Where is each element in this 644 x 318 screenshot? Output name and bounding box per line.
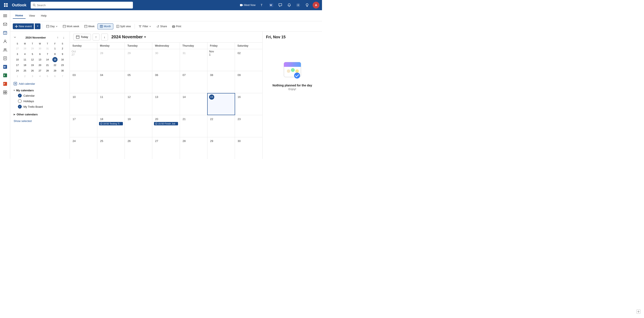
mini-cal-day[interactable]: 4 [37,74,42,79]
mini-cal-day[interactable]: 13 [37,57,42,62]
new-event-dropdown-button[interactable] [35,23,40,29]
mini-cal-day[interactable]: 30 [60,68,65,73]
people-icon[interactable] [1,37,9,45]
mini-cal-day[interactable]: 19 [30,63,35,68]
cal-cell-14[interactable]: 14 [180,93,208,115]
mini-cal-day[interactable]: 14 [45,57,50,62]
calendar-calendar-item[interactable]: ✓ Calendar [14,93,66,98]
word-rail-icon[interactable]: W [1,63,9,71]
cal-cell-7[interactable]: 07 [180,71,208,93]
mini-cal-day[interactable]: 2 [60,46,65,51]
mini-cal-day[interactable]: 23 [60,63,65,68]
mail-icon[interactable] [1,20,9,28]
cal-cell-13[interactable]: 13 [152,93,180,115]
avatar[interactable]: A [313,2,320,8]
cal-cell-oct31[interactable]: 31 [180,49,208,71]
mini-cal-collapse-icon[interactable] [14,36,16,39]
mini-cal-day[interactable]: 18 [22,63,28,68]
mini-cal-day[interactable]: 6 [52,74,58,79]
cal-cell-24[interactable]: 24 [70,137,97,159]
powerpoint-rail-icon[interactable]: P [1,80,9,88]
mini-cal-day[interactable]: 22 [52,63,58,68]
mini-cal-day[interactable]: 28 [45,68,50,73]
excel-rail-icon[interactable]: X [1,71,9,79]
calendar-icon[interactable]: 15 [1,29,9,37]
apps-icon[interactable] [1,88,9,96]
cal-cell-oct29[interactable]: 29 [125,49,152,71]
mini-cal-day[interactable]: 27 [37,68,42,73]
mini-cal-day[interactable]: 17 [15,63,20,68]
cal-cell-26[interactable]: 26 [125,137,152,159]
calendar-dropdown-button[interactable]: ▾ [144,35,146,39]
mini-cal-day[interactable]: 4 [22,51,28,57]
cal-cell-nov1[interactable]: Nov 1 [208,49,235,71]
today-button[interactable]: Today [73,34,91,40]
mini-cal-day[interactable]: 27 [15,46,20,51]
mini-cal-day[interactable]: 5 [30,51,35,57]
mini-cal-day[interactable]: 7 [45,51,50,57]
mini-cal-day[interactable]: 11 [22,57,28,62]
cal-cell-27[interactable]: 27 [152,137,180,159]
cal-cell-12[interactable]: 12 [125,93,152,115]
mini-cal-day[interactable]: 24 [15,68,20,73]
settings-icon-btn[interactable] [295,2,302,8]
cal-cell-oct30[interactable]: 30 [152,49,180,71]
cal-cell-oct28[interactable]: 28 [97,49,125,71]
cal-cell-23[interactable]: 23 [235,115,262,137]
mini-cal-today[interactable]: 15 [52,57,58,62]
cal-cell-30[interactable]: 30 [235,137,262,159]
mini-cal-day[interactable]: 30 [37,46,42,51]
meet-now-button[interactable]: Meet Now [238,2,257,8]
mini-cal-day[interactable]: 20 [37,63,42,68]
trello-calendar-item[interactable]: ✓ My Trello Board [14,104,66,109]
other-calendars-header[interactable]: ▶ Other calendars [14,112,66,117]
mini-cal-day[interactable]: 28 [22,46,28,51]
mini-cal-day[interactable]: 29 [52,68,58,73]
event-testing[interactable]: 18:50 Testing Ti [99,122,123,125]
my-calendars-header[interactable]: ▾ My calendars [14,88,66,93]
mini-cal-day[interactable]: 7 [60,74,65,79]
cal-cell-29[interactable]: 29 [208,137,235,159]
cal-cell-21[interactable]: 21 [180,115,208,137]
cal-cell-6[interactable]: 06 [152,71,180,93]
cal-cell-15-today[interactable]: 15 [208,93,235,115]
day-view-button[interactable]: Day [44,24,60,29]
cal-cell-20[interactable]: 20 15:50 Finish Job [152,115,180,137]
mini-cal-day[interactable]: 3 [15,51,20,57]
new-event-button[interactable]: New event [13,23,34,29]
mini-cal-day[interactable]: 16 [60,57,65,62]
cal-cell-oct27[interactable]: Oct 27 [70,49,97,71]
show-selected-link[interactable]: Show selected [10,118,70,124]
share-button[interactable]: Share [154,24,169,29]
tab-help[interactable]: Help [38,13,49,18]
print-button[interactable]: Print [170,24,183,29]
week-view-button[interactable]: Week [82,24,97,29]
mini-cal-title[interactable]: 2024 November [25,36,46,39]
cal-cell-5[interactable]: 05 [125,71,152,93]
mini-cal-day[interactable]: 1 [52,46,58,51]
mini-cal-day[interactable]: 29 [30,46,35,51]
mini-cal-day[interactable]: 8 [52,51,58,57]
mini-cal-day[interactable]: 1 [15,74,20,79]
month-view-button[interactable]: Month [98,23,113,29]
mini-cal-day[interactable]: 12 [30,57,35,62]
cal-cell-22[interactable]: 22 [208,115,235,137]
mini-cal-day[interactable]: 10 [15,57,20,62]
mini-cal-prev-button[interactable]: ↑ [55,35,60,40]
lightbulb-icon-btn[interactable] [304,2,310,8]
tab-home[interactable]: Home [13,12,26,19]
word-icon-btn[interactable]: W [268,2,275,8]
mini-cal-day[interactable]: 3 [30,74,35,79]
bell-icon-btn[interactable] [286,2,292,8]
cal-cell-nov2[interactable]: 02 [235,49,262,71]
cal-prev-button[interactable]: ↑ [93,34,100,40]
mini-cal-next-button[interactable]: ↓ [61,35,66,40]
groups-icon[interactable] [1,46,9,54]
teams-icon-btn[interactable]: T [259,2,266,8]
calendar-checkbox[interactable]: ✓ [18,94,22,97]
trello-checkbox[interactable]: ✓ [18,105,22,109]
filter-button[interactable]: Filter [136,24,153,29]
cal-cell-3[interactable]: 03 [70,71,97,93]
cal-cell-28[interactable]: 28 [180,137,208,159]
cal-cell-11[interactable]: 11 [97,93,125,115]
